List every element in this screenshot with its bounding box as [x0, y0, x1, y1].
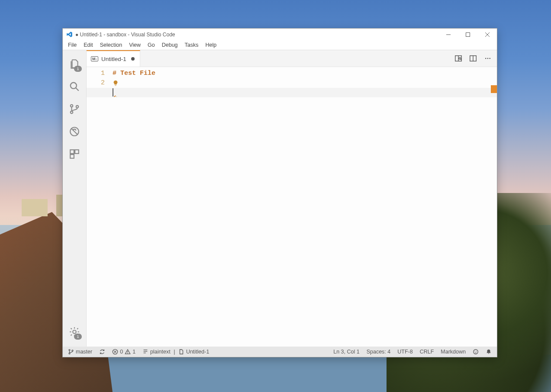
- svg-point-25: [69, 353, 70, 354]
- more-actions-button[interactable]: [481, 52, 494, 65]
- explorer-badge: 1: [74, 66, 82, 72]
- maximize-button[interactable]: [458, 29, 477, 40]
- text-cursor: [113, 88, 113, 96]
- svg-point-21: [485, 58, 487, 59]
- window-title-prefix: ●: [75, 32, 78, 38]
- menu-tasks[interactable]: Tasks: [181, 40, 202, 50]
- title-bar[interactable]: ● Untitled-1 - sandbox - Visual Studio C…: [63, 29, 497, 40]
- svg-point-4: [71, 83, 77, 89]
- status-formatter[interactable]: plaintext | Untitled-1: [140, 347, 212, 357]
- svg-point-23: [490, 58, 491, 59]
- activity-debug[interactable]: [63, 121, 86, 144]
- svg-point-31: [127, 353, 128, 354]
- formatter-icon: [142, 349, 148, 355]
- line-number: 1: [87, 69, 105, 78]
- vscode-logo-icon: [66, 31, 73, 38]
- extensions-icon: [69, 148, 80, 161]
- status-formatter-label: plaintext: [150, 349, 171, 355]
- status-language[interactable]: Markdown: [438, 347, 468, 357]
- dirty-indicator-icon: [131, 57, 135, 61]
- svg-point-7: [71, 111, 73, 113]
- editor-area[interactable]: 1 2 3 # Test File: [87, 67, 497, 347]
- activity-source-control[interactable]: [63, 99, 86, 121]
- activity-settings[interactable]: 1: [63, 321, 86, 344]
- status-problems[interactable]: 0 1: [110, 347, 138, 357]
- svg-point-34: [476, 351, 477, 352]
- close-button[interactable]: [477, 29, 497, 40]
- code-line-1: # Test File: [113, 70, 155, 77]
- status-indent[interactable]: Spaces: 4: [364, 347, 393, 357]
- activity-extensions[interactable]: [63, 144, 86, 166]
- svg-point-24: [69, 350, 70, 351]
- svg-point-33: [474, 351, 475, 352]
- svg-rect-11: [70, 150, 74, 154]
- status-branch[interactable]: master: [65, 347, 95, 357]
- activity-explorer[interactable]: 1: [63, 54, 86, 76]
- window-title: Untitled-1 - sandbox - Visual Studio Cod…: [80, 32, 175, 38]
- menu-selection[interactable]: Selection: [97, 40, 126, 50]
- status-branch-label: master: [76, 349, 92, 355]
- settings-badge: 1: [74, 334, 82, 340]
- editor-tab-untitled-1[interactable]: M↓ Untitled-1: [87, 50, 140, 67]
- status-eol[interactable]: CRLF: [417, 347, 437, 357]
- status-bar: master 0 1 plaintext |: [63, 347, 497, 357]
- git-branch-icon: [68, 349, 74, 355]
- menu-bar: File Edit Selection View Go Debug Tasks …: [63, 40, 497, 50]
- status-sync[interactable]: [97, 347, 108, 357]
- open-preview-side-button[interactable]: [452, 52, 465, 65]
- menu-help[interactable]: Help: [202, 40, 220, 50]
- menu-go[interactable]: Go: [144, 40, 158, 50]
- line-number-gutter: 1 2 3: [87, 67, 113, 347]
- vscode-window: ● Untitled-1 - sandbox - Visual Studio C…: [62, 28, 497, 357]
- overview-ruler-mark: [491, 85, 497, 93]
- code-content[interactable]: # Test File: [113, 67, 497, 347]
- activity-search[interactable]: [63, 76, 86, 99]
- menu-view[interactable]: View: [126, 40, 144, 50]
- minimize-button[interactable]: [438, 29, 458, 40]
- svg-point-8: [76, 106, 78, 108]
- error-icon: [112, 349, 118, 355]
- status-cursor-label: Ln 3, Col 1: [333, 349, 359, 355]
- svg-rect-12: [75, 150, 79, 154]
- menu-edit[interactable]: Edit: [80, 40, 97, 50]
- status-feedback[interactable]: [470, 347, 481, 357]
- status-indent-label: Spaces: 4: [367, 349, 391, 355]
- status-active-file: Untitled-1: [186, 349, 209, 355]
- svg-point-32: [474, 350, 478, 354]
- bug-icon: [69, 126, 80, 139]
- status-encoding-label: UTF-8: [397, 349, 412, 355]
- status-notifications[interactable]: [483, 347, 494, 357]
- menu-debug[interactable]: Debug: [158, 40, 181, 50]
- status-language-label: Markdown: [441, 349, 466, 355]
- svg-line-5: [76, 88, 79, 91]
- svg-point-14: [73, 330, 76, 334]
- tab-row: M↓ Untitled-1: [87, 50, 497, 67]
- status-encoding[interactable]: UTF-8: [395, 347, 415, 357]
- warning-icon: [125, 349, 131, 355]
- git-branch-icon: [69, 103, 80, 116]
- activity-bar: 1: [63, 50, 87, 347]
- sync-icon: [99, 349, 105, 355]
- status-errors-count: 0: [120, 349, 123, 355]
- split-editor-button[interactable]: [467, 52, 480, 65]
- status-warnings-count: 1: [132, 349, 135, 355]
- status-cursor[interactable]: Ln 3, Col 1: [331, 347, 362, 357]
- line-number: 2: [87, 78, 105, 88]
- bell-icon: [486, 349, 492, 355]
- tab-label: Untitled-1: [101, 56, 126, 62]
- editor-group: M↓ Untitled-1: [87, 50, 497, 347]
- svg-rect-1: [466, 32, 470, 36]
- status-eol-label: CRLF: [420, 349, 434, 355]
- search-icon: [69, 81, 80, 94]
- svg-rect-13: [70, 154, 74, 158]
- svg-point-6: [71, 105, 73, 107]
- svg-point-26: [72, 350, 73, 351]
- smiley-icon: [473, 349, 479, 355]
- file-icon: [178, 349, 184, 355]
- svg-point-22: [487, 58, 489, 59]
- svg-line-18: [461, 59, 461, 60]
- menu-file[interactable]: File: [64, 40, 80, 50]
- warning-squiggle: [113, 96, 117, 97]
- editor-actions: [452, 50, 497, 67]
- markdown-file-icon: M↓: [91, 56, 98, 61]
